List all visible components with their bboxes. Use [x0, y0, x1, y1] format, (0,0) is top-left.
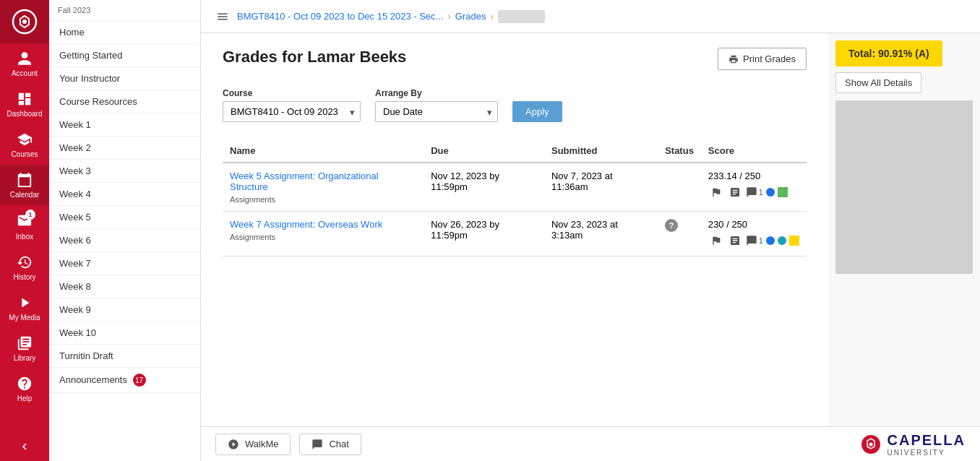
row2-comment-badge: 1 [746, 235, 763, 246]
main-content: BMGT8410 - Oct 09 2023 to Dec 15 2023 - … [201, 0, 980, 461]
breadcrumb-grades[interactable]: Grades [455, 11, 486, 22]
menu-btn[interactable] [212, 7, 233, 27]
row1-rubric-icon[interactable] [727, 184, 743, 200]
row2-submitted: Nov 23, 2023 at 3:13am [544, 212, 658, 257]
row2-name-link[interactable]: Week 7 Assignment: Overseas Work [230, 219, 382, 230]
table-row: Week 5 Assignment: Organizational Struct… [223, 163, 807, 212]
footer: WalkMe Chat CAPELLA UNIVERSITY [201, 426, 980, 461]
show-all-details-button[interactable]: Show All Details [835, 72, 921, 93]
sidebar-item-mymedia[interactable]: My Media [0, 288, 49, 328]
course-nav-week8[interactable]: Week 8 [49, 275, 200, 298]
sidebar-item-library[interactable]: Library [0, 328, 49, 369]
capella-sub: UNIVERSITY [887, 449, 966, 457]
row2-icons: 1 [708, 233, 799, 249]
row1-score: 233.14 / 250 [701, 163, 807, 212]
row1-icons: 1 [708, 184, 799, 200]
row2-name: Week 7 Assignment: Overseas Work Assignm… [223, 212, 424, 257]
topbar: BMGT8410 - Oct 09 2023 to Dec 15 2023 - … [201, 0, 980, 33]
col-status: Status [658, 139, 701, 163]
sidebar-item-help-label: Help [17, 395, 33, 403]
sidebar-item-inbox[interactable]: 1 Inbox [0, 205, 49, 247]
sidebar-item-library-label: Library [14, 354, 36, 363]
walkme-button[interactable]: WalkMe [215, 434, 291, 455]
row2-dot-blue [766, 236, 775, 245]
sidebar-item-inbox-label: Inbox [16, 233, 33, 241]
col-due: Due [424, 139, 544, 163]
sidebar-item-history-label: History [13, 273, 35, 282]
course-nav-week9[interactable]: Week 9 [49, 298, 200, 322]
row1-flag-icon[interactable] [708, 184, 724, 200]
sidebar-item-help[interactable]: Help [0, 369, 49, 409]
course-nav-course-resources[interactable]: Course Resources [49, 90, 200, 113]
sidebar-item-courses[interactable]: Courses [0, 124, 49, 165]
sidebar: Account Dashboard Courses Calendar 1 Inb… [0, 0, 49, 461]
col-submitted: Submitted [544, 139, 658, 163]
filter-row: Course BMGT8410 - Oct 09 2023 Arrange By… [223, 88, 807, 122]
announcements-badge: 17 [133, 374, 146, 387]
print-grades-button[interactable]: Print Grades [718, 48, 807, 70]
row2-due: Nov 26, 2023 by 11:59pm [424, 212, 544, 257]
course-term: Fall 2023 [49, 0, 200, 21]
row2-rubric-icon[interactable] [727, 233, 743, 249]
apply-button[interactable]: Apply [512, 101, 562, 122]
course-nav-your-instructor[interactable]: Your Instructor [49, 67, 200, 90]
row2-type: Assignments [230, 233, 416, 241]
course-nav-announcements[interactable]: Announcements 17 [49, 368, 200, 393]
col-name: Name [223, 139, 424, 163]
chat-button[interactable]: Chat [299, 434, 361, 455]
grades-content: Grades for Lamar Beeks Print Grades Cour… [201, 33, 828, 426]
sidebar-item-dashboard[interactable]: Dashboard [0, 84, 49, 124]
sidebar-item-dashboard-label: Dashboard [7, 110, 43, 119]
capella-logo: CAPELLA UNIVERSITY [860, 432, 966, 457]
course-nav-week7[interactable]: Week 7 [49, 252, 200, 275]
row1-due: Nov 12, 2023 by 11:59pm [424, 163, 544, 212]
course-nav-getting-started[interactable]: Getting Started [49, 44, 200, 67]
row1-comment-count: 1 [759, 188, 763, 197]
svg-point-1 [22, 20, 27, 24]
row2-comment-count: 1 [759, 236, 763, 245]
row1-dot-blue [766, 188, 775, 197]
course-nav-week6[interactable]: Week 6 [49, 229, 200, 252]
total-badge: Total: 90.91% (A) [835, 40, 942, 66]
row2-score: 230 / 250 [701, 212, 807, 257]
sidebar-item-account[interactable]: Account [0, 43, 49, 84]
capella-name: CAPELLA [887, 432, 966, 449]
content-right: Total: 90.91% (A) Show All Details [828, 33, 980, 426]
sidebar-item-account-label: Account [12, 69, 38, 78]
sidebar-item-courses-label: Courses [11, 150, 38, 159]
breadcrumb-course[interactable]: BMGT8410 - Oct 09 2023 to Dec 15 2023 - … [237, 11, 443, 22]
sidebar-item-mymedia-label: My Media [9, 314, 40, 322]
row1-square-green [778, 187, 788, 197]
row2-dot-teal [778, 236, 786, 245]
course-nav-week1[interactable]: Week 1 [49, 113, 200, 137]
col-score: Score [701, 139, 807, 163]
sidebar-item-calendar-label: Calendar [10, 191, 40, 199]
svg-point-3 [869, 442, 872, 446]
right-panel-placeholder [835, 100, 973, 274]
row2-flag-icon[interactable] [708, 233, 724, 249]
course-nav: Fall 2023 Home Getting Started Your Inst… [49, 0, 201, 461]
course-nav-turnitin[interactable]: Turnitin Draft [49, 345, 200, 368]
course-nav-week4[interactable]: Week 4 [49, 183, 200, 206]
course-filter-group: Course BMGT8410 - Oct 09 2023 [223, 88, 361, 122]
course-nav-week5[interactable]: Week 5 [49, 206, 200, 229]
row1-status [658, 163, 701, 212]
course-nav-week10[interactable]: Week 10 [49, 322, 200, 345]
sidebar-item-history[interactable]: History [0, 247, 49, 288]
sidebar-item-calendar[interactable]: Calendar [0, 165, 49, 205]
sidebar-collapse-btn[interactable] [0, 432, 49, 461]
breadcrumb-sep2: › [490, 11, 493, 22]
course-nav-week2[interactable]: Week 2 [49, 137, 200, 160]
row1-type: Assignments [230, 195, 416, 204]
course-select[interactable]: BMGT8410 - Oct 09 2023 [223, 101, 361, 122]
row1-name-link[interactable]: Week 5 Assignment: Organizational Struct… [230, 171, 379, 192]
course-nav-week3[interactable]: Week 3 [49, 160, 200, 183]
sidebar-logo [0, 0, 49, 43]
row2-square-yellow [789, 236, 799, 246]
inbox-badge: 1 [25, 210, 35, 220]
grades-table: Name Due Submitted Status Score Week 5 A… [223, 139, 807, 257]
breadcrumb-current [498, 10, 545, 23]
arrange-select[interactable]: Due Date [375, 101, 498, 122]
row2-help-icon[interactable]: ? [665, 219, 678, 232]
course-nav-home[interactable]: Home [49, 21, 200, 44]
